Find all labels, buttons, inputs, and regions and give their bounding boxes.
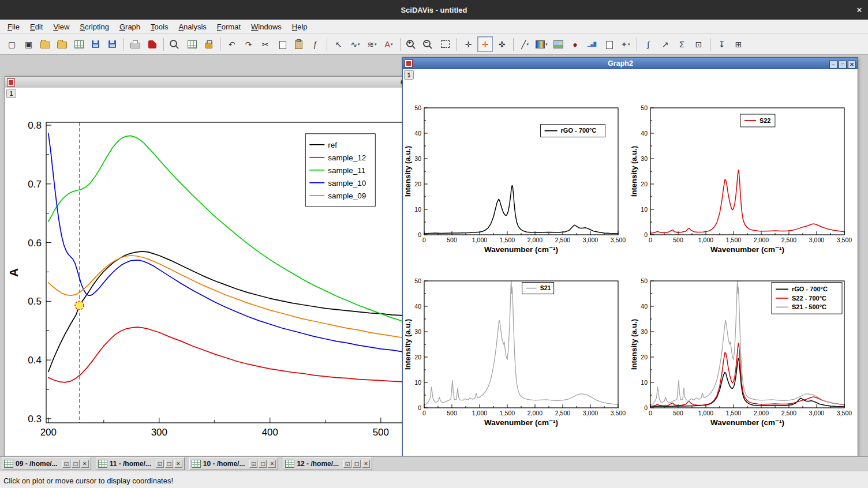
cut-selection-button[interactable]: ✂ bbox=[257, 36, 273, 52]
save-project-button[interactable] bbox=[88, 36, 103, 52]
graph2-layer-button[interactable]: 1 bbox=[404, 70, 414, 80]
chart-g2_tl[interactable]: 05001,0001,5002,0002,5003,0003,500010203… bbox=[405, 85, 629, 258]
draw-line-button[interactable]: ╱▾ bbox=[517, 36, 533, 52]
zoom-out-button[interactable] bbox=[421, 36, 436, 52]
svg-text:sample_12: sample_12 bbox=[328, 153, 366, 162]
undo-button[interactable]: ↶ bbox=[224, 36, 240, 52]
restore-button[interactable]: ◱ bbox=[249, 460, 257, 468]
open-project-button[interactable] bbox=[38, 36, 53, 52]
draw-arrow-button[interactable]: ↗ bbox=[657, 36, 673, 52]
add-widget-button[interactable]: ⊡ bbox=[691, 36, 706, 52]
rescale-to-show-all-button[interactable] bbox=[437, 36, 453, 52]
open-project-icon bbox=[40, 42, 50, 48]
app-close-icon[interactable]: ✕ bbox=[851, 6, 868, 14]
save-template-button[interactable] bbox=[104, 36, 120, 52]
graph2-window[interactable]: Graph2 –□✕ 1 05001,0001,5002,0002,5003,0… bbox=[402, 57, 858, 456]
restore-button[interactable]: ◱ bbox=[156, 460, 164, 468]
lock-toolbars-button[interactable] bbox=[201, 36, 216, 52]
menu-file[interactable]: File bbox=[2, 21, 25, 32]
menu-analysis[interactable]: Analysis bbox=[173, 21, 211, 32]
script-window-button[interactable]: ƒ bbox=[308, 36, 323, 52]
chart-g2_tr[interactable]: 05001,0001,5002,0002,5003,0003,500010203… bbox=[631, 85, 855, 258]
maximize-button[interactable]: □ bbox=[353, 460, 361, 468]
svg-text:Intensity (a.u.): Intensity (a.u.) bbox=[631, 146, 638, 197]
taskbar-item[interactable]: 12 - /home/...◱□✕ bbox=[283, 457, 372, 470]
import-ascii-button[interactable] bbox=[71, 36, 87, 52]
svg-text:1,000: 1,000 bbox=[472, 237, 487, 243]
restore-button[interactable]: ◱ bbox=[343, 460, 351, 468]
pointer-button[interactable]: ↖ bbox=[331, 36, 346, 52]
taskbar-item[interactable]: 11 - /home/...◱□✕ bbox=[96, 457, 185, 470]
close-button[interactable]: ✕ bbox=[174, 460, 182, 468]
menu-view[interactable]: View bbox=[48, 21, 74, 32]
print-button[interactable] bbox=[128, 36, 143, 52]
raman-chart-s22[interactable]: 05001,0001,5002,0002,5003,0003,500010203… bbox=[631, 85, 855, 258]
new-graph-window-button[interactable]: ⊞ bbox=[731, 36, 746, 52]
svg-text:0: 0 bbox=[422, 410, 426, 416]
menu-edit[interactable]: Edit bbox=[25, 21, 48, 32]
raman-chart-overlay[interactable]: 05001,0001,5002,0002,5003,0003,500010203… bbox=[631, 258, 855, 431]
export-pdf-button[interactable] bbox=[144, 36, 160, 52]
plot-wizard-button[interactable]: ✦▾ bbox=[618, 36, 633, 52]
add-curve-button[interactable]: ∿▾ bbox=[347, 36, 363, 52]
taskbar-item[interactable]: 09 - /home/...◱□✕ bbox=[2, 457, 91, 470]
project-explorer-button[interactable] bbox=[167, 36, 183, 52]
taskbar-item-label: 09 - /home/... bbox=[16, 460, 58, 468]
duplicate-window-button[interactable] bbox=[601, 36, 616, 52]
chart-g2_bl[interactable]: 05001,0001,5002,0002,5003,0003,500010203… bbox=[405, 258, 629, 431]
menu-tools[interactable]: Tools bbox=[145, 21, 173, 32]
menu-windows[interactable]: Windows bbox=[246, 21, 287, 32]
minimize-button[interactable]: – bbox=[829, 61, 837, 69]
new-table-button[interactable] bbox=[184, 36, 200, 52]
svg-text:3,000: 3,000 bbox=[809, 237, 824, 243]
add-text-button[interactable]: A▾ bbox=[381, 36, 396, 52]
svg-text:20: 20 bbox=[414, 354, 421, 361]
toolbar-separator bbox=[124, 38, 124, 51]
maximize-button[interactable]: □ bbox=[839, 61, 847, 69]
raman-chart-s21[interactable]: 05001,0001,5002,0002,5003,0003,500010203… bbox=[405, 258, 629, 431]
close-button[interactable]: ✕ bbox=[848, 61, 856, 69]
chart-g2_br[interactable]: 05001,0001,5002,0002,5003,0003,500010203… bbox=[631, 258, 855, 431]
menu-format[interactable]: Format bbox=[212, 21, 246, 32]
maximize-button[interactable]: □ bbox=[72, 460, 80, 468]
maximize-button[interactable]: □ bbox=[165, 460, 173, 468]
close-button[interactable]: ✕ bbox=[268, 460, 276, 468]
svg-text:Wavenumber (cm⁻¹): Wavenumber (cm⁻¹) bbox=[484, 418, 558, 427]
add-image-button[interactable] bbox=[551, 36, 566, 52]
paste-selection-button[interactable] bbox=[291, 36, 306, 52]
open-template-button[interactable] bbox=[54, 36, 70, 52]
color-map-button[interactable]: ▾ bbox=[534, 36, 549, 52]
copy-selection-button[interactable] bbox=[274, 36, 290, 52]
export-graph-button[interactable]: ↧ bbox=[714, 36, 729, 52]
add-fit-function-button[interactable]: ∫ bbox=[641, 36, 656, 52]
add-error-bars-button[interactable]: ≋▾ bbox=[364, 36, 380, 52]
maximize-button[interactable]: □ bbox=[259, 460, 267, 468]
app-titlebar[interactable]: SciDAVis - untitled ✕ bbox=[0, 0, 868, 20]
menu-help[interactable]: Help bbox=[287, 21, 313, 32]
uvvis-chart[interactable]: 2003004005000.30.40.50.60.70.8Arefsample… bbox=[5, 88, 409, 456]
plot-3d-sphere-button[interactable]: ● bbox=[567, 36, 583, 52]
new-project-button[interactable]: ▢ bbox=[4, 36, 20, 52]
graph2-titlebar[interactable]: Graph2 –□✕ bbox=[403, 58, 858, 69]
add-equation-button[interactable]: Σ bbox=[674, 36, 690, 52]
raman-chart-rgo[interactable]: 05001,0001,5002,0002,5003,0003,500010203… bbox=[405, 85, 629, 258]
plot-3d-bars-icon: ▁▄█ bbox=[588, 42, 596, 46]
svg-text:3,500: 3,500 bbox=[611, 237, 626, 243]
data-reader-button[interactable]: ✛ bbox=[477, 36, 493, 52]
table-window-icon bbox=[285, 460, 294, 468]
screen-reader-button[interactable]: ✜ bbox=[494, 36, 510, 52]
taskbar-item[interactable]: 10 - /home/...◱□✕ bbox=[189, 457, 279, 470]
close-button[interactable]: ✕ bbox=[362, 460, 370, 468]
move-data-points-button[interactable]: ✛ bbox=[461, 36, 476, 52]
dropdown-arrow-icon: ▾ bbox=[375, 42, 377, 47]
zoom-in-button[interactable] bbox=[404, 36, 420, 52]
restore-button[interactable]: ◱ bbox=[62, 460, 70, 468]
graph1-layer-button[interactable]: 1 bbox=[6, 89, 16, 98]
menu-graph[interactable]: Graph bbox=[114, 21, 145, 32]
redo-button[interactable]: ↷ bbox=[241, 36, 256, 52]
new-note-button[interactable]: ▣ bbox=[21, 36, 36, 52]
plot-3d-bars-button[interactable]: ▁▄█ bbox=[584, 36, 600, 52]
chart-graph1[interactable]: 2003004005000.30.40.50.60.70.8Arefsample… bbox=[5, 88, 409, 456]
menu-scripting[interactable]: Scripting bbox=[74, 21, 114, 32]
close-button[interactable]: ✕ bbox=[81, 460, 89, 468]
